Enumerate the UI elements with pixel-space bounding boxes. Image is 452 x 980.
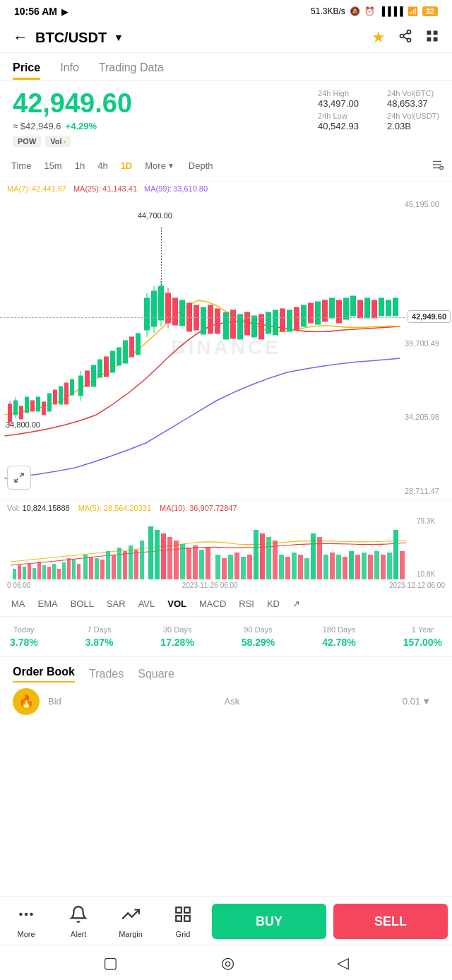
svg-point-1 (400, 34, 404, 37)
svg-rect-128 (292, 553, 297, 579)
svg-rect-19 (31, 401, 35, 411)
nav-more[interactable]: More (0, 902, 52, 941)
expand-chart-button[interactable] (7, 466, 31, 490)
svg-rect-106 (148, 526, 153, 579)
chart-settings-icon[interactable] (428, 155, 446, 177)
ind-tab-more[interactable]: ↗ (288, 596, 304, 612)
order-tab-book[interactable]: Order Book (13, 666, 75, 683)
tab-trading-data[interactable]: Trading Data (99, 53, 164, 80)
android-home-btn[interactable]: ◎ (221, 954, 234, 972)
perf-today: Today 3.78% (10, 625, 38, 648)
high-label: 24h High (318, 89, 370, 98)
timeframe-more[interactable]: More ▼ (139, 158, 180, 174)
status-time: 10:56 AM (14, 6, 57, 17)
ma25-label[interactable]: MA(25): (73, 184, 101, 193)
favorite-icon[interactable]: ★ (371, 28, 386, 47)
ind-tab-ma[interactable]: MA (7, 596, 30, 612)
ma99-label[interactable]: MA(99): (144, 184, 172, 193)
depth-btn[interactable]: Depth (182, 158, 220, 174)
ma7-value: 42,441.67 (32, 184, 66, 193)
order-tab-square[interactable]: Square (138, 668, 174, 680)
ind-tab-macd[interactable]: MACD (195, 596, 230, 612)
svg-rect-113 (193, 545, 198, 579)
vol-indicator-label: Vol: 10,824.15888 (7, 504, 70, 512)
svg-rect-138 (355, 555, 360, 579)
tab-price[interactable]: Price (13, 53, 40, 80)
android-back-btn[interactable]: ◁ (337, 954, 349, 972)
timeframe-15m[interactable]: 15m (38, 158, 67, 174)
trading-pair[interactable]: BTC/USDT (35, 30, 107, 46)
bottom-navigation: More Alert Margin Grid BUY SELL (0, 896, 452, 945)
order-book-type-btn[interactable]: 🔥 (13, 688, 40, 715)
timeframe-4h[interactable]: 4h (92, 158, 113, 174)
ma7-label[interactable]: MA(7): (7, 184, 30, 193)
candlestick-svg[interactable] (0, 196, 405, 500)
svg-rect-102 (123, 551, 127, 579)
svg-rect-142 (381, 555, 386, 579)
svg-rect-126 (279, 555, 284, 579)
svg-rect-104 (134, 550, 138, 579)
svg-rect-109 (167, 537, 172, 579)
svg-rect-72 (351, 296, 356, 316)
nav-alert[interactable]: Alert (52, 902, 105, 941)
svg-point-148 (30, 912, 32, 915)
network-speed: 51.3KB/s (311, 6, 345, 16)
svg-rect-82 (18, 565, 21, 579)
badge-vol[interactable]: Vol › (45, 136, 71, 147)
back-button[interactable]: ← (13, 28, 28, 47)
perf-90d: 90 Days 58.29% (242, 625, 275, 648)
svg-rect-114 (199, 550, 204, 579)
svg-rect-94 (77, 564, 81, 579)
svg-rect-132 (317, 537, 322, 579)
svg-rect-18 (25, 397, 29, 413)
svg-rect-137 (349, 551, 354, 579)
grid-icon[interactable] (425, 29, 439, 47)
ind-tab-boll[interactable]: BOLL (66, 596, 98, 612)
svg-rect-47 (173, 298, 178, 325)
share-icon[interactable] (398, 29, 412, 47)
ind-tab-kd[interactable]: KD (263, 596, 284, 612)
svg-rect-34 (117, 348, 121, 365)
header: ← BTC/USDT ▼ ★ (0, 23, 452, 53)
svg-rect-7 (427, 37, 432, 41)
svg-rect-64 (295, 307, 299, 330)
nav-margin[interactable]: Margin (105, 902, 157, 941)
svg-rect-73 (358, 300, 363, 318)
svg-rect-74 (365, 298, 370, 318)
current-price-line (0, 317, 405, 318)
chart-controls: Time 15m 1h 4h 1D More ▼ Depth (0, 151, 452, 182)
vol-price-axis: 79.3K 10.8K (417, 516, 451, 579)
ind-tab-sar[interactable]: SAR (102, 596, 130, 612)
ma10-indicator[interactable]: MA(10): 36,907.72847 (160, 504, 237, 512)
svg-rect-69 (330, 298, 335, 318)
dropdown-icon[interactable]: ▼ (114, 32, 124, 43)
buy-button[interactable]: BUY (212, 904, 326, 939)
ind-tab-vol[interactable]: VOL (163, 596, 191, 612)
svg-rect-99 (106, 551, 110, 579)
sell-button[interactable]: SELL (333, 904, 448, 939)
android-square-btn[interactable]: ▢ (103, 954, 118, 972)
signal-icon: ▐▐▐▐ (379, 6, 403, 16)
svg-rect-89 (52, 564, 56, 579)
ind-tab-avl[interactable]: AVL (134, 596, 160, 612)
svg-rect-57 (245, 312, 250, 335)
svg-rect-151 (176, 916, 182, 921)
high-value: 43,497.00 (318, 98, 370, 109)
timeframe-time[interactable]: Time (6, 158, 37, 174)
nav-grid[interactable]: Grid (157, 902, 209, 941)
svg-rect-81 (13, 569, 16, 579)
svg-rect-100 (112, 555, 116, 579)
svg-rect-36 (130, 337, 134, 357)
svg-rect-62 (280, 309, 285, 331)
order-tab-trades[interactable]: Trades (89, 668, 124, 680)
main-tabs: Price Info Trading Data (0, 53, 452, 81)
ma5-indicator[interactable]: MA(5): 28,564.20331 (78, 504, 151, 512)
timeframe-1h[interactable]: 1h (69, 158, 90, 174)
svg-rect-118 (228, 555, 233, 579)
ind-tab-ema[interactable]: EMA (34, 596, 62, 612)
main-chart[interactable]: BINANCE 45,195.00 39,700.49 34,205.98 28… (0, 196, 452, 500)
timeframe-1d[interactable]: 1D (115, 158, 138, 174)
tab-info[interactable]: Info (60, 53, 79, 80)
svg-rect-135 (336, 555, 341, 579)
ind-tab-rsi[interactable]: RSI (234, 596, 258, 612)
